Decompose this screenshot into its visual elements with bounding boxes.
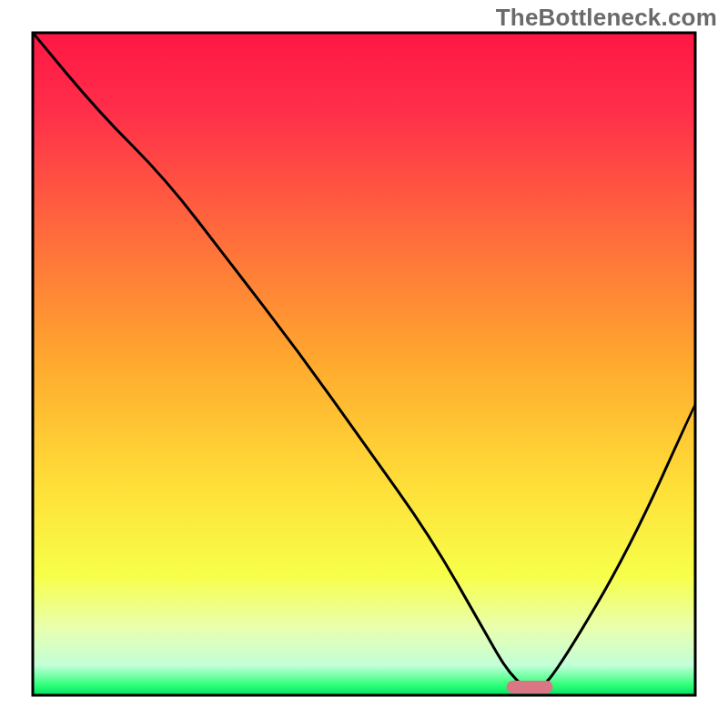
chart-svg	[0, 0, 728, 728]
watermark-label: TheBottleneck.com	[496, 4, 717, 32]
chart-stage: TheBottleneck.com	[0, 0, 728, 728]
optimal-marker	[507, 681, 553, 693]
plot-background	[33, 33, 695, 695]
